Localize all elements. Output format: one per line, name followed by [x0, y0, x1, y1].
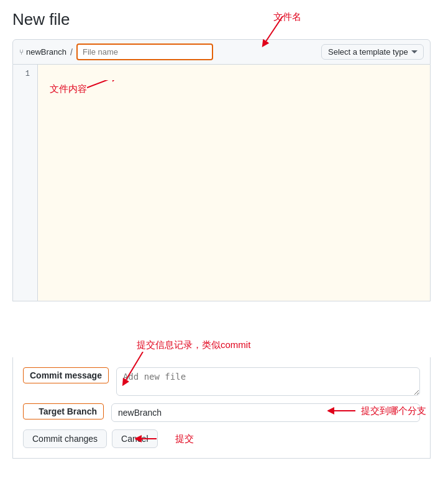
- editor-area[interactable]: 1: [12, 65, 431, 301]
- commit-section: Commit message Target Branch 提交: [12, 357, 431, 459]
- template-type-select[interactable]: Select a template type: [321, 44, 424, 60]
- commit-message-label: Commit message: [23, 367, 109, 383]
- line-number-1: 1: [21, 70, 30, 78]
- branch-icon: ⑂: [19, 48, 24, 57]
- target-branch-input[interactable]: [111, 403, 420, 422]
- editor-content[interactable]: [38, 65, 430, 301]
- target-branch-label: Target Branch: [23, 403, 104, 419]
- page-title: New file: [12, 10, 431, 29]
- commit-message-row: Commit message: [23, 367, 420, 396]
- filename-input[interactable]: [76, 44, 213, 60]
- path-separator: /: [70, 47, 73, 57]
- branch-badge: ⑂ newBranch: [19, 47, 66, 57]
- file-path-bar: ⑂ newBranch / Select a template type: [12, 39, 431, 65]
- target-branch-row: Target Branch: [23, 403, 420, 422]
- commit-changes-button[interactable]: Commit changes: [23, 429, 107, 448]
- branch-name: newBranch: [26, 47, 66, 57]
- line-numbers: 1: [13, 65, 38, 301]
- commit-action-annotation: 提交: [175, 433, 194, 445]
- commit-message-input[interactable]: [116, 367, 420, 396]
- buttons-row: Commit changes Cancel 提交: [23, 429, 420, 448]
